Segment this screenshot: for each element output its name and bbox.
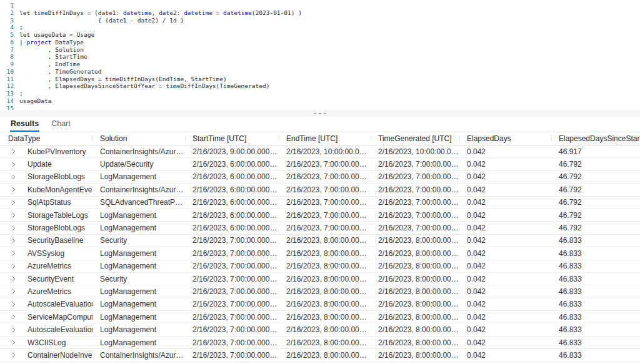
code-line[interactable]: 9 , EndTime bbox=[0, 61, 640, 68]
cell-value: 2/16/2023, 8:00:00.000 PM bbox=[279, 325, 371, 334]
code-line[interactable]: 15 bbox=[0, 105, 640, 111]
column-header[interactable]: ElapsedDays bbox=[459, 134, 551, 143]
chevron-right-icon[interactable] bbox=[10, 263, 16, 269]
table-row[interactable]: SecurityBaselineSecurity2/16/2023, 7:00:… bbox=[0, 235, 640, 247]
cell-value: 0.042 bbox=[459, 147, 551, 156]
code-line[interactable]: 10 , TimeGenerated bbox=[0, 68, 640, 76]
table-row[interactable]: KubePVInventoryContainerInsights/AzureRe… bbox=[0, 145, 640, 158]
cell-value: 2/16/2023, 8:00:00.000 PM bbox=[279, 338, 371, 347]
cell-value: 2/16/2023, 7:00:00.000 PM bbox=[371, 160, 459, 169]
table-row[interactable]: SqlAtpStatusSQLAdvancedThreatProtection2… bbox=[0, 197, 640, 209]
cell-value: 2/16/2023, 8:00:00.000 PM bbox=[371, 325, 459, 334]
code-line[interactable]: 6| project DataType bbox=[0, 39, 640, 46]
chevron-right-icon[interactable] bbox=[10, 174, 16, 180]
table-row[interactable]: W3CIISLogLogManagement2/16/2023, 7:00:00… bbox=[0, 337, 640, 349]
cell-value: 46.833 bbox=[551, 325, 640, 334]
tab-results[interactable]: Results bbox=[10, 117, 39, 132]
chevron-right-icon[interactable] bbox=[10, 327, 16, 333]
code-line[interactable]: 11 , ElapsedDays = timeDiffInDays(EndTim… bbox=[0, 76, 640, 83]
cell-value: 2/16/2023, 8:00:00.000 PM bbox=[371, 313, 459, 322]
table-row[interactable]: AVSSyslogLogManagement2/16/2023, 7:00:00… bbox=[0, 247, 640, 260]
code-line[interactable]: 5let usageData = Usage bbox=[0, 31, 640, 39]
column-header[interactable]: DataType bbox=[0, 134, 92, 143]
cell-value: LogManagement bbox=[92, 338, 185, 347]
chevron-right-icon[interactable] bbox=[10, 161, 16, 167]
chevron-right-icon[interactable] bbox=[10, 288, 16, 295]
cell-value: AzureMetrics bbox=[28, 287, 71, 296]
table-row[interactable]: StorageTableLogsLogManagement2/16/2023, … bbox=[0, 209, 640, 222]
column-header[interactable]: ElapesedDaysSinceStartOfYear bbox=[551, 134, 640, 143]
code-text: let usageData = Usage bbox=[14, 31, 94, 39]
cell-value: LogManagement bbox=[92, 249, 185, 258]
column-header[interactable]: StartTime [UTC] bbox=[185, 134, 279, 143]
column-header[interactable]: EndTime [UTC] bbox=[279, 134, 371, 143]
table-row[interactable]: UpdateUpdate/Security2/16/2023, 6:00:00.… bbox=[0, 158, 640, 170]
cell-value: 2/16/2023, 7:00:00.000 PM bbox=[279, 211, 371, 220]
table-row[interactable]: AutoscaleEvaluationsLogLogManagement2/16… bbox=[0, 298, 640, 311]
chevron-right-icon[interactable] bbox=[10, 340, 16, 346]
table-row[interactable]: AutoscaleEvaluationsLogLogManagement2/16… bbox=[0, 323, 640, 336]
table-row[interactable]: AzureMetricsLogManagement2/16/2023, 7:00… bbox=[0, 260, 640, 273]
line-number: 10 bbox=[0, 68, 14, 76]
code-text: ; bbox=[14, 90, 23, 97]
code-line[interactable]: 2let timeDiffInDays = (date1: datetime, … bbox=[0, 9, 640, 17]
cell-value: 2/16/2023, 7:00:00.000 PM bbox=[279, 198, 371, 207]
code-line[interactable]: 1 bbox=[0, 2, 640, 9]
cell-value: ContainerNodeInventory bbox=[28, 351, 92, 360]
code-line[interactable]: 4; bbox=[0, 24, 640, 31]
code-line[interactable]: 7 , Solution bbox=[0, 46, 640, 54]
table-row[interactable]: AzureMetricsLogManagement2/16/2023, 7:00… bbox=[0, 285, 640, 298]
cell-value: 46.792 bbox=[551, 185, 640, 194]
query-results-app: 12let timeDiffInDays = (date1: datetime,… bbox=[0, 0, 640, 364]
code-line[interactable]: 12 , ElapesedDaysSinceStartOfYear = time… bbox=[0, 82, 640, 90]
line-number: 9 bbox=[0, 61, 14, 68]
chevron-right-icon[interactable] bbox=[10, 352, 16, 358]
cell-value: 0.042 bbox=[459, 351, 551, 360]
cell-value: LogManagement bbox=[92, 313, 185, 322]
table-row[interactable]: KubeMonAgentEventsContainerInsights/Azur… bbox=[0, 184, 640, 196]
code-line[interactable]: 8 , StartTime bbox=[0, 53, 640, 61]
splitter-grip-icon bbox=[319, 113, 321, 114]
code-text: , StartTime bbox=[14, 53, 88, 61]
cell-value: 0.042 bbox=[459, 172, 551, 181]
chevron-right-icon[interactable] bbox=[10, 276, 16, 282]
cell-value: 0.042 bbox=[459, 185, 551, 194]
tab-chart[interactable]: Chart bbox=[51, 117, 71, 132]
results-table: DataTypeSolutionStartTime [UTC]EndTime [… bbox=[0, 132, 640, 364]
cell-value: 2/16/2023, 8:00:00.000 PM bbox=[371, 351, 459, 360]
table-row[interactable]: SecurityEventSecurity2/16/2023, 7:00:00.… bbox=[0, 273, 640, 285]
cell-value: 2/16/2023, 7:00:00.000 PM bbox=[371, 211, 459, 220]
line-number: 5 bbox=[0, 31, 14, 39]
splitter-handle[interactable] bbox=[0, 110, 640, 117]
line-number: 2 bbox=[0, 9, 14, 17]
code-line[interactable]: 3 { (date1 - date2) / 1d } bbox=[0, 17, 640, 24]
code-line[interactable]: 14usageData bbox=[0, 97, 640, 105]
cell-value: 46.833 bbox=[551, 300, 640, 308]
table-row[interactable]: StorageBlobLogsLogManagement2/16/2023, 6… bbox=[0, 222, 640, 234]
chevron-right-icon[interactable] bbox=[10, 250, 16, 257]
cell-value: 2/16/2023, 8:00:00.000 PM bbox=[371, 236, 459, 245]
chevron-right-icon[interactable] bbox=[10, 314, 16, 320]
chevron-right-icon[interactable] bbox=[10, 212, 16, 219]
chevron-right-icon[interactable] bbox=[10, 149, 16, 155]
table-row[interactable]: StorageBlobLogsLogManagement2/16/2023, 6… bbox=[0, 171, 640, 184]
table-row[interactable]: ContainerNodeInventoryContainerInsights/… bbox=[0, 349, 640, 362]
cell-value: ContainerInsights/AzureResour... bbox=[92, 147, 185, 156]
chevron-right-icon[interactable] bbox=[10, 199, 16, 205]
cell-value: 0.042 bbox=[459, 236, 551, 245]
cell-value: KubePVInventory bbox=[28, 147, 86, 156]
chevron-right-icon[interactable] bbox=[10, 237, 16, 243]
line-number: 8 bbox=[0, 53, 14, 61]
column-header[interactable]: TimeGenerated [UTC] bbox=[371, 134, 459, 143]
code-line[interactable]: 13; bbox=[0, 90, 640, 97]
cell-value: 2/16/2023, 8:00:00.000 PM bbox=[279, 236, 371, 245]
cell-value: 2/16/2023, 7:00:00.000 PM bbox=[371, 198, 459, 207]
chevron-right-icon[interactable] bbox=[10, 225, 16, 231]
query-editor[interactable]: 12let timeDiffInDays = (date1: datetime,… bbox=[0, 0, 640, 110]
cell-value: 2/16/2023, 7:00:00.000 PM bbox=[279, 224, 371, 232]
chevron-right-icon[interactable] bbox=[10, 301, 16, 307]
column-header[interactable]: Solution bbox=[92, 134, 185, 143]
chevron-right-icon[interactable] bbox=[10, 187, 16, 193]
table-row[interactable]: ServiceMapComputer_CLLogManagement2/16/2… bbox=[0, 311, 640, 323]
cell-value: 2/16/2023, 7:00:00.000 PM bbox=[185, 236, 279, 245]
